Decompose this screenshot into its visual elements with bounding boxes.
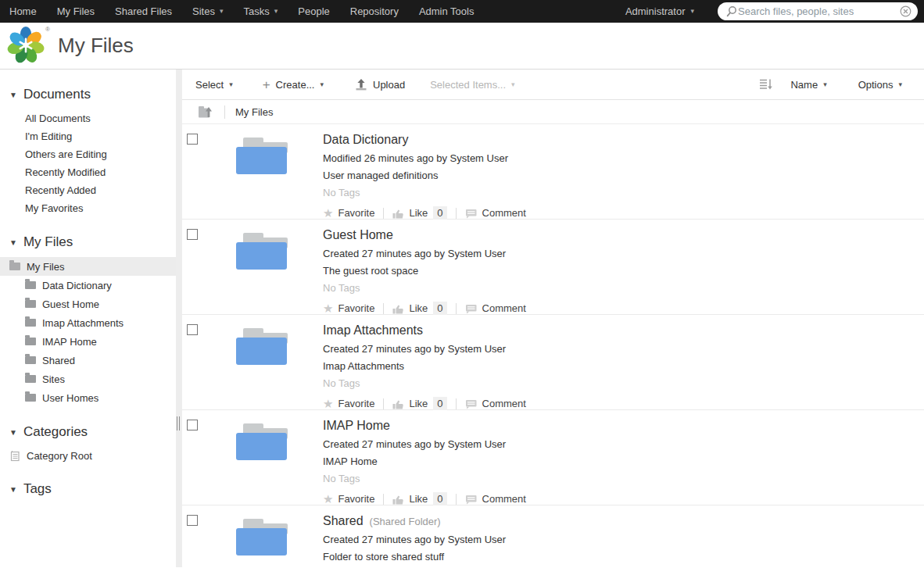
breadcrumb-divider xyxy=(224,105,225,119)
action-divider xyxy=(456,208,457,219)
like-count[interactable]: 0 xyxy=(433,397,446,410)
sidebar-resize-handle[interactable] xyxy=(176,70,182,567)
file-row-shared: Shared(Shared Folder) Created 27 minutes… xyxy=(182,505,924,567)
user-link[interactable]: System User xyxy=(448,534,506,545)
file-title-link[interactable]: Data Dictionary xyxy=(323,133,408,147)
my-files-section-header[interactable]: ▼ My Files xyxy=(9,234,176,250)
file-description: Folder to store shared stuff xyxy=(323,551,506,563)
user-link[interactable]: System User xyxy=(450,152,508,164)
user-link[interactable]: System User xyxy=(448,343,506,355)
file-title-link[interactable]: Shared xyxy=(323,514,364,528)
selected-items-menu-button: Selected Items... ▾ xyxy=(430,79,514,91)
clear-search-icon[interactable] xyxy=(900,5,911,17)
sidebar-section-tags: ▼ Tags xyxy=(0,481,176,497)
tree-item-data-dictionary[interactable]: Data Dictionary xyxy=(0,276,176,295)
folder-icon xyxy=(25,338,36,345)
folder-icon xyxy=(25,394,36,402)
search-input[interactable] xyxy=(738,5,900,17)
breadcrumb-path[interactable]: My Files xyxy=(235,106,273,118)
favorite-button[interactable]: ★Favorite xyxy=(323,302,374,314)
tree-item-imap-home[interactable]: IMAP Home xyxy=(0,332,176,351)
favorite-button[interactable]: ★Favorite xyxy=(323,207,374,219)
nav-item-tasks[interactable]: Tasks▾ xyxy=(234,0,288,23)
tree-item-guest-home[interactable]: Guest Home xyxy=(0,295,176,313)
select-menu-button[interactable]: Select ▾ xyxy=(195,79,233,91)
like-count[interactable]: 0 xyxy=(433,206,446,220)
row-checkbox[interactable] xyxy=(187,515,198,526)
upload-button[interactable]: Upload xyxy=(355,79,405,91)
comment-button[interactable]: Comment xyxy=(465,493,526,505)
tree-item-user-homes[interactable]: User Homes xyxy=(0,388,176,407)
alfresco-logo-icon: ® xyxy=(6,26,48,66)
favorite-button[interactable]: ★Favorite xyxy=(323,493,374,505)
tree-item-my-files-root[interactable]: My Files xyxy=(0,257,176,276)
create-menu-button[interactable]: + Create... ▾ xyxy=(263,78,324,91)
nav-item-my-files[interactable]: My Files xyxy=(47,0,105,23)
like-button[interactable]: Like xyxy=(392,207,428,219)
row-checkbox[interactable] xyxy=(187,229,198,240)
like-button[interactable]: Like xyxy=(392,302,428,314)
nav-item-repository[interactable]: Repository xyxy=(340,0,409,23)
nav-item-shared-files[interactable]: Shared Files xyxy=(105,0,182,23)
nav-item-sites[interactable]: Sites▾ xyxy=(182,0,233,23)
sidebar-item-recently-modified[interactable]: Recently Modified xyxy=(0,163,176,181)
comment-button[interactable]: Comment xyxy=(465,398,526,409)
file-title-link[interactable]: Imap Attachments xyxy=(323,323,423,338)
caret-down-icon: ▾ xyxy=(229,81,233,88)
folder-thumbnail-icon[interactable] xyxy=(236,233,288,270)
comment-button[interactable]: Comment xyxy=(465,302,526,314)
breadcrumb: My Files xyxy=(182,100,924,124)
file-tags: No Tags xyxy=(323,473,526,484)
user-menu-administrator[interactable]: Administrator ▾ xyxy=(625,5,694,17)
file-title-link[interactable]: IMAP Home xyxy=(323,419,390,433)
file-title-suffix: (Shared Folder) xyxy=(370,516,441,527)
tree-item-shared[interactable]: Shared xyxy=(0,351,176,370)
sidebar-item-my-favorites[interactable]: My Favorites xyxy=(0,199,176,217)
favorite-button[interactable]: ★Favorite xyxy=(323,398,374,409)
user-link[interactable]: System User xyxy=(448,438,506,450)
sidebar-item-all-documents[interactable]: All Documents xyxy=(0,109,176,127)
caret-down-icon: ▾ xyxy=(511,81,515,88)
options-menu-button[interactable]: Options ▾ xyxy=(858,79,902,91)
file-title-link[interactable]: Guest Home xyxy=(323,228,393,242)
tree-item-imap-attachments[interactable]: Imap Attachments xyxy=(0,313,176,332)
folder-thumbnail-icon[interactable] xyxy=(236,423,288,461)
folder-thumbnail-icon[interactable] xyxy=(236,519,288,556)
row-checkbox[interactable] xyxy=(187,420,198,430)
sidebar-section-categories: ▼ Categories Category Root xyxy=(0,424,176,464)
nav-item-people[interactable]: People xyxy=(288,0,339,23)
sidebar-item-recently-added[interactable]: Recently Added xyxy=(0,181,176,199)
caret-down-icon: ▾ xyxy=(320,81,324,88)
row-checkbox[interactable] xyxy=(187,324,198,335)
file-tags: No Tags xyxy=(323,187,526,198)
global-search[interactable] xyxy=(718,2,918,20)
like-button[interactable]: Like xyxy=(392,493,428,505)
sidebar-item-others-are-editing[interactable]: Others are Editing xyxy=(0,145,176,163)
upload-icon xyxy=(355,79,367,91)
file-row-data-dictionary: Data Dictionary Modified 26 minutes ago … xyxy=(182,124,924,220)
row-checkbox[interactable] xyxy=(187,134,198,145)
sort-direction-icon[interactable] xyxy=(760,79,773,90)
nav-item-admin-tools[interactable]: Admin Tools xyxy=(409,0,485,23)
comment-button[interactable]: Comment xyxy=(465,207,526,219)
categories-section-header[interactable]: ▼ Categories xyxy=(9,424,176,440)
file-details: Shared(Shared Folder) Created 27 minutes… xyxy=(323,513,506,567)
like-count[interactable]: 0 xyxy=(433,302,446,315)
nav-item-home[interactable]: Home xyxy=(0,0,47,23)
tags-section-header[interactable]: ▼ Tags xyxy=(9,481,176,497)
folder-thumbnail-icon[interactable] xyxy=(236,138,288,175)
sort-field-button[interactable]: Name ▾ xyxy=(790,79,826,91)
tree-item-category-root[interactable]: Category Root xyxy=(0,447,176,464)
like-count[interactable]: 0 xyxy=(433,492,446,505)
user-link[interactable]: System User xyxy=(448,248,506,259)
sidebar-item-im-editing[interactable]: I'm Editing xyxy=(0,127,176,145)
folder-up-icon[interactable] xyxy=(199,106,213,118)
thumbs-up-icon xyxy=(392,208,404,219)
tree-item-sites[interactable]: Sites xyxy=(0,370,176,388)
caret-down-icon: ▾ xyxy=(220,8,224,15)
sidebar-section-documents: ▼ Documents All Documents I'm Editing Ot… xyxy=(0,87,176,217)
documents-section-header[interactable]: ▼ Documents xyxy=(9,87,176,102)
folder-thumbnail-icon[interactable] xyxy=(236,328,288,366)
file-description: User managed definitions xyxy=(323,170,526,181)
like-button[interactable]: Like xyxy=(392,398,428,409)
